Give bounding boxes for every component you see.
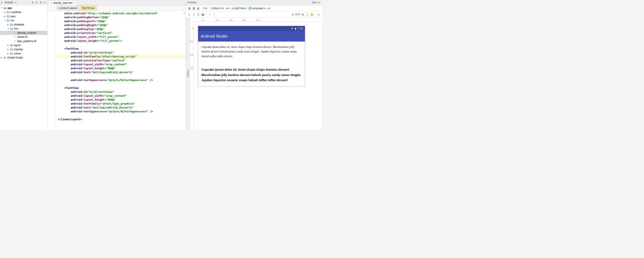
tree-node-mipmap[interactable]: ▶ mipmap xyxy=(0,47,47,51)
tree-file-lobster[interactable]: T lobster.ttf xyxy=(0,35,47,39)
expand-h-icon[interactable]: ↔ xyxy=(208,12,212,17)
dice-icon[interactable]: ▦ xyxy=(201,12,205,17)
gradle-icon: ◐ xyxy=(3,56,6,59)
pan-icon[interactable]: ⤢ xyxy=(192,12,196,17)
collapse-icon[interactable]: ⇱ xyxy=(35,1,38,4)
layout-variants-icon[interactable]: ▭▾ xyxy=(266,6,270,10)
zoom-fit-icon[interactable]: ⛶ xyxy=(305,12,310,17)
editor-tab-bar: <> activity_main.xml × xyxy=(48,0,186,5)
folder-icon xyxy=(6,15,10,18)
font-file-icon: T xyxy=(13,31,16,34)
app-bar-title: Android Studio xyxy=(200,34,228,38)
project-tree: ▼ ▣ app ▶ manifests ▶ java ▼ res ▶ drawa… xyxy=(0,5,47,61)
target-icon[interactable]: ⊕ xyxy=(31,1,34,4)
folder-icon xyxy=(10,23,13,26)
close-icon[interactable]: × xyxy=(74,2,74,4)
device-content: Cupcake ipsum dolor sit. Amet chupa chup… xyxy=(198,42,305,86)
textview2-preview[interactable]: Cupcake ipsum dolor sit. Amet chupa chup… xyxy=(202,67,302,83)
font-file-icon: T xyxy=(13,40,16,43)
expand-v-icon[interactable]: ↕ xyxy=(212,12,216,17)
zoom-level: 67% xyxy=(296,13,300,16)
folder-icon xyxy=(10,27,13,30)
preview-toolbar-1: ▦ ▦ ◧ ⟲▾ ▯ Nexus 4 ▾ ◆▾ ◎ AppTheme 🌐Lang… xyxy=(186,5,322,11)
ruler-horizontal: 0 100 200 300 400 xyxy=(194,18,322,22)
folder-icon xyxy=(10,52,13,55)
pan-hand-icon[interactable]: ✋ xyxy=(310,12,314,17)
device-status-bar: ▼ ▮ 7:00 xyxy=(198,26,305,31)
device-dropdown[interactable]: ▯ Nexus 4 ▾ xyxy=(210,7,224,10)
inspection-ok-icon: ✔ xyxy=(184,11,185,15)
project-toolbar: ◆ Android ▾ ⊕ ⇱ ⚙ ⇤ xyxy=(0,0,47,5)
tree-node-gradle[interactable]: ▶ ◐ Gradle Scripts xyxy=(0,56,47,60)
svg-rect-13 xyxy=(10,48,11,49)
tree-node-font[interactable]: ▼ font xyxy=(0,27,47,31)
preview-title: Preview xyxy=(188,1,196,4)
tree-file-dancing-script[interactable]: T dancing_script.ttf xyxy=(0,31,47,35)
orientation-icon[interactable]: ⟲▾ xyxy=(203,6,207,10)
tree-node-drawable[interactable]: ▶ drawable xyxy=(0,23,47,27)
editor-tab-activity-main[interactable]: <> activity_main.xml × xyxy=(48,1,76,5)
tree-file-typo-graphica[interactable]: T typo_graphica.otf xyxy=(0,39,47,43)
battery-icon: ▮ xyxy=(295,27,296,30)
svg-rect-3 xyxy=(7,15,8,16)
tree-node-res[interactable]: ▼ res xyxy=(0,18,47,23)
svg-rect-15 xyxy=(10,52,11,53)
android-icon: ◆ xyxy=(1,1,3,4)
folder-icon xyxy=(6,11,10,14)
device-frame: ▼ ▮ 7:00 Android Studio Cupcake ipsum do… xyxy=(198,26,305,86)
warnings-icon[interactable]: ⚠ xyxy=(317,12,321,17)
device-app-bar: Android Studio xyxy=(198,31,305,42)
project-view-label[interactable]: Android xyxy=(5,1,13,4)
sigma-icon[interactable]: Σ xyxy=(196,12,200,17)
xml-file-icon: <> xyxy=(50,2,52,4)
status-time: 7:00 xyxy=(298,27,303,30)
chevron-down-icon[interactable]: ▾ xyxy=(14,1,17,4)
zoom-out-icon[interactable]: ⊖ xyxy=(291,12,295,17)
palette-strip[interactable]: Palette xyxy=(186,18,190,129)
font-file-icon: T xyxy=(13,36,16,38)
svg-rect-11 xyxy=(10,44,11,45)
preview-title-bar: Preview ⚙▾ ⇥ xyxy=(186,0,322,5)
hide-icon[interactable]: ⇤ xyxy=(44,1,46,4)
editor-area: <> activity_main.xml × LinearLayout Text… xyxy=(48,0,186,129)
tree-node-java[interactable]: ▶ java xyxy=(0,14,47,18)
breadcrumb-linearlayout[interactable]: LinearLayout xyxy=(57,6,80,10)
breadcrumbs: LinearLayout TextView xyxy=(48,5,186,11)
gear-icon[interactable]: ⚙ xyxy=(39,1,42,4)
zoom-in-icon[interactable]: ⊕ xyxy=(301,12,305,17)
svg-rect-9 xyxy=(10,28,11,29)
select-icon[interactable]: ↳ xyxy=(187,12,191,17)
ruler-vertical: 0 100 200 300 xyxy=(190,22,194,129)
hide-icon[interactable]: ⇥ xyxy=(316,1,320,5)
tab-label: activity_main.xml xyxy=(54,2,72,4)
tree-node-layout[interactable]: ▶ layout xyxy=(0,43,47,47)
svg-rect-5 xyxy=(7,20,8,20)
tree-node-manifests[interactable]: ▶ manifests xyxy=(0,10,47,14)
folder-icon xyxy=(6,19,10,22)
design-surface-icon[interactable]: ▦ xyxy=(187,6,191,10)
folder-icon xyxy=(10,48,13,51)
both-icon[interactable]: ◧ xyxy=(196,6,200,10)
svg-rect-7 xyxy=(10,24,11,24)
breadcrumb-textview[interactable]: TextView xyxy=(80,6,96,10)
tree-node-values[interactable]: ▶ values xyxy=(0,51,47,56)
preview-toolbar-2: ↳ ⤢ Σ ▦ ↔ ↕ ⊖ 67% ⊕ ⛶ ✋ ⚠ xyxy=(186,11,322,18)
language-dropdown[interactable]: 🌐Language ▾ xyxy=(248,7,266,10)
svg-rect-1 xyxy=(7,11,8,12)
gear-icon[interactable]: ⚙▾ xyxy=(312,1,316,5)
design-surface[interactable]: ▼ ▮ 7:00 Android Studio Cupcake ipsum do… xyxy=(194,22,322,129)
theme-dropdown[interactable]: ◎ AppTheme xyxy=(231,7,247,10)
code-editor[interactable]: ✔ xmlns:android="http://schemas.android.… xyxy=(48,11,186,129)
blueprint-icon[interactable]: ▦ xyxy=(192,6,196,10)
module-icon: ▣ xyxy=(3,7,6,10)
project-panel: ◆ Android ▾ ⊕ ⇱ ⚙ ⇤ ▼ ▣ app ▶ manifests … xyxy=(0,0,48,129)
folder-icon xyxy=(10,44,13,47)
tree-node-app[interactable]: ▼ ▣ app xyxy=(0,6,47,10)
api-dropdown[interactable]: ◆▾ xyxy=(225,7,230,10)
gutter xyxy=(48,11,56,129)
wifi-icon: ▼ xyxy=(291,27,294,30)
textview1-preview[interactable]: Cupcake ipsum dolor sit. Amet chupa chup… xyxy=(202,45,302,59)
preview-panel: Preview ⚙▾ ⇥ ▦ ▦ ◧ ⟲▾ ▯ Nexus 4 ▾ ◆▾ ◎ A… xyxy=(186,0,322,129)
